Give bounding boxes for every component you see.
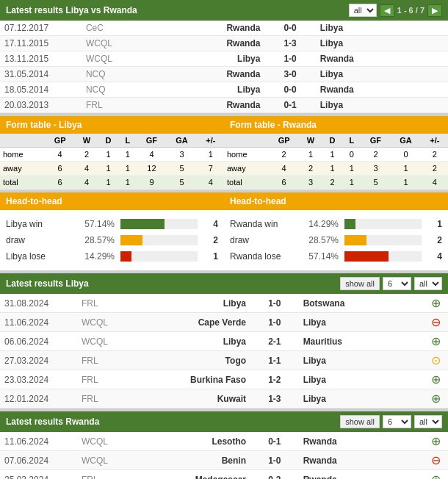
form-col-label: [0, 134, 45, 148]
table-row: 11.06.2024 WCQL Lesotho 0-1 Rwanda ⊕: [0, 432, 448, 451]
h2h-count: 1: [427, 219, 442, 229]
result-icon: ⊕: [424, 332, 448, 351]
latest-rwanda-header: Latest results Rwanda show all 6 10 all: [0, 411, 448, 432]
match-comp: WCQL: [77, 432, 126, 451]
match-date: 11.06.2024: [0, 313, 77, 332]
latest-rwanda-title: Latest results Rwanda: [6, 417, 99, 427]
form-diff: 2: [422, 162, 448, 176]
match-score: 3-0: [264, 67, 315, 82]
table-row: total 6 4 1 1 9 5 4: [0, 176, 224, 190]
team1-name: Rwanda: [132, 67, 264, 82]
h2h-count: 1: [203, 251, 218, 262]
team1-name: Togo: [126, 351, 251, 370]
form-col-w: W: [75, 134, 98, 148]
form-gp: 6: [269, 176, 299, 190]
match-score: 0-1: [264, 98, 315, 113]
all-select[interactable]: all: [349, 4, 377, 17]
latest-libya-controls: show all 6 10 all: [340, 277, 442, 290]
form-row-label: away: [0, 162, 45, 176]
page-info: 1 - 6 / 7: [397, 6, 424, 15]
h2h-bar-container: [120, 251, 198, 262]
table-row: 31.05.2014 NCQ Rwanda 3-0 Libya: [0, 67, 448, 82]
form-ga: 5: [166, 176, 197, 190]
result-icon: ⊕: [424, 370, 448, 389]
show-all-rwanda-btn[interactable]: show all: [340, 415, 380, 428]
h2h-count: 2: [427, 235, 442, 245]
h2h-bar-container: [344, 235, 422, 245]
form-ga: 1: [390, 162, 421, 176]
match-score: 0-2: [250, 470, 299, 480]
team1-name: Rwanda: [132, 21, 264, 36]
table-row: away 4 2 1 1 3 1 2: [224, 162, 448, 176]
team1-name: Libya: [126, 294, 251, 313]
match-score: 0-1: [250, 432, 299, 451]
table-row: 17.11.2015 WCQL Rwanda 1-3 Libya: [0, 36, 448, 51]
form-row-label: away: [224, 162, 269, 176]
form-tables-container: Form table - Libya GP W D L GF GA +/- ho…: [0, 116, 448, 190]
next-btn[interactable]: ▶: [427, 4, 442, 17]
all-select-libya[interactable]: all: [414, 277, 442, 290]
team2-name: Rwanda: [299, 470, 424, 480]
h2h-row-label: Libya win: [6, 219, 72, 229]
form-l: 0: [342, 148, 361, 162]
form-col-d: D: [98, 134, 118, 148]
h2h-bar: [120, 235, 142, 245]
table-row: 12.01.2024 FRL Kuwait 1-3 Libya ⊕: [0, 389, 448, 408]
h2h-rwanda-header: Head-to-head: [224, 192, 448, 210]
form-row-label: total: [224, 176, 269, 190]
form-diff: 7: [198, 162, 224, 176]
form-diff: 2: [422, 148, 448, 162]
form-col-diff: +/-: [198, 134, 224, 148]
form-gf: 5: [361, 176, 390, 190]
latest-libya-title: Latest results Libya: [6, 278, 89, 289]
h2h-title: Latest results Libya vs Rwanda: [6, 5, 137, 15]
form-l: 1: [118, 176, 137, 190]
form-gp: 4: [45, 148, 75, 162]
h2h-pct: 14.29%: [302, 219, 339, 229]
h2h-pct: 57.14%: [302, 251, 339, 262]
h2h-row-label: draw: [6, 235, 72, 245]
form-row-label: home: [224, 148, 269, 162]
h2h-libya-rows: Libya win 57.14% 4 draw 28.57% 2 Libya l…: [0, 210, 224, 270]
count-select-libya[interactable]: 6 10: [383, 277, 411, 290]
match-date: 25.03.2024: [0, 470, 77, 480]
all-select-rwanda[interactable]: all: [414, 415, 442, 428]
show-all-libya-btn[interactable]: show all: [340, 277, 380, 290]
match-date: 13.11.2015: [0, 51, 82, 67]
form-col-ga: GA: [166, 134, 197, 148]
form-row-label: home: [0, 148, 45, 162]
match-date: 31.05.2014: [0, 67, 82, 82]
match-date: 17.11.2015: [0, 36, 82, 51]
team2-name: Rwanda: [316, 51, 448, 67]
prev-btn[interactable]: ◀: [380, 4, 394, 17]
form-col-w: W: [299, 134, 322, 148]
team1-name: Madagascar: [126, 470, 251, 480]
team1-name: Cape Verde: [126, 313, 251, 332]
team2-name: Rwanda: [316, 82, 448, 98]
form-l: 1: [342, 162, 361, 176]
table-row: away 6 4 1 1 12 5 7: [0, 162, 224, 176]
count-select-rwanda[interactable]: 6 10: [383, 415, 411, 428]
team1-name: Rwanda: [132, 36, 264, 51]
form-d: 1: [322, 162, 342, 176]
match-score: 1-2: [250, 370, 299, 389]
team1-name: Benin: [126, 451, 251, 470]
match-comp: WCQL: [77, 451, 126, 470]
h2h-bar: [344, 251, 389, 262]
match-comp: CeC: [82, 21, 132, 36]
team2-name: Libya: [299, 313, 424, 332]
result-icon: ⊖: [424, 313, 448, 332]
h2h-row: Rwanda lose 57.14% 4: [230, 248, 442, 264]
form-col-label: [224, 134, 269, 148]
h2h-bar-container: [120, 219, 198, 229]
form-w: 3: [299, 176, 322, 190]
match-score: 0-0: [264, 82, 315, 98]
form-col-gp: GP: [45, 134, 75, 148]
result-icon: ⊕: [424, 294, 448, 313]
form-col-l: L: [118, 134, 137, 148]
match-score: 1-0: [250, 313, 299, 332]
team1-name: Rwanda: [132, 98, 264, 113]
table-row: 07.12.2017 CeC Rwanda 0-0 Libya: [0, 21, 448, 36]
form-l: 1: [342, 176, 361, 190]
form-w: 4: [75, 162, 98, 176]
